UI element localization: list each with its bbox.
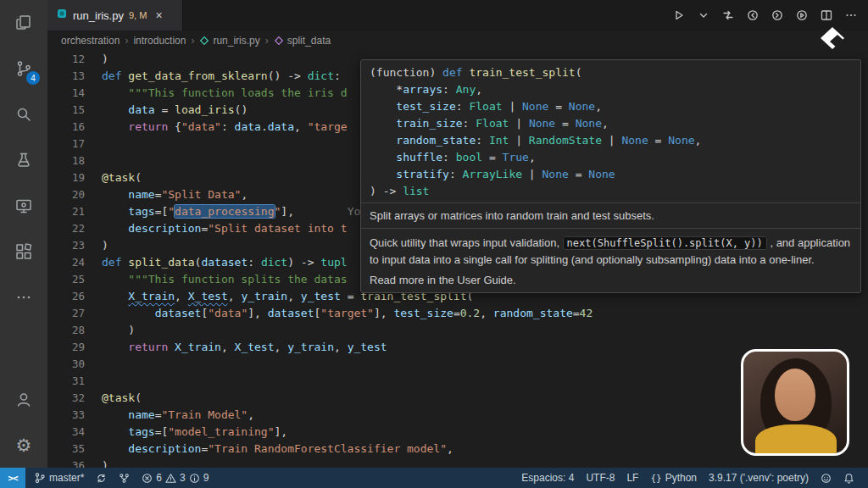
accounts-icon[interactable] xyxy=(0,376,47,422)
token xyxy=(102,425,128,438)
run-dropdown-icon[interactable] xyxy=(695,7,712,24)
source-control-icon[interactable]: 4 xyxy=(0,46,47,92)
code-text: ) xyxy=(102,322,135,339)
hover-more-clipped-line: Read more in the User Guide. xyxy=(361,272,860,288)
testing-flask-icon[interactable] xyxy=(0,137,47,183)
settings-gear-icon[interactable]: ⚙ xyxy=(0,422,47,468)
close-icon[interactable]: × xyxy=(155,8,162,22)
feedback-smiley-icon[interactable] xyxy=(815,468,837,488)
token: , xyxy=(221,341,235,353)
token: def xyxy=(102,69,128,82)
token: Yo xyxy=(348,205,361,218)
token: | xyxy=(602,134,621,147)
notifications-bell-icon[interactable] xyxy=(838,468,860,488)
run-below-icon[interactable] xyxy=(793,7,810,24)
line-number: 13 xyxy=(47,68,102,85)
token: True xyxy=(503,151,529,164)
more-views-icon[interactable] xyxy=(0,274,47,320)
token: , xyxy=(595,100,602,113)
status-bar-left: master* 6 3 9 xyxy=(25,468,516,488)
language-mode-status[interactable]: {} Python xyxy=(645,468,702,488)
hover-summary: Split arrays or matrices into random tra… xyxy=(361,203,860,229)
remote-explorer-icon[interactable] xyxy=(0,183,47,229)
git-branch-status[interactable]: master* xyxy=(29,468,89,488)
git-graph-button[interactable] xyxy=(114,468,135,488)
token: =[ xyxy=(155,205,169,218)
breadcrumb-orchestration[interactable]: orchestration xyxy=(61,35,120,47)
token: y_test xyxy=(301,290,341,302)
token: tags xyxy=(128,205,154,218)
code-text: ) xyxy=(102,458,108,468)
token: Any xyxy=(456,83,476,96)
token: tupl xyxy=(320,256,347,269)
previous-change-icon[interactable] xyxy=(744,7,761,24)
open-changes-icon[interactable] xyxy=(720,7,737,24)
language-braces-icon: {} xyxy=(650,473,661,484)
code-text: data = load_iris() xyxy=(102,102,248,119)
token xyxy=(102,86,128,99)
token xyxy=(102,120,128,133)
token: X_test xyxy=(235,341,275,353)
search-icon[interactable] xyxy=(0,92,47,137)
token: : xyxy=(442,151,456,164)
token: "Train Model" xyxy=(161,408,248,421)
line-number: 12 xyxy=(47,51,102,68)
code-text: name="Split Data", xyxy=(102,186,248,203)
token: shuffle xyxy=(396,151,442,164)
token: ) xyxy=(102,459,108,468)
line-number: 36 xyxy=(47,458,102,468)
next-change-icon[interactable] xyxy=(769,7,786,24)
sync-status[interactable] xyxy=(91,468,112,488)
token: random_state xyxy=(396,134,476,147)
token: -> xyxy=(287,69,307,82)
token: : xyxy=(442,83,456,96)
token: Float xyxy=(469,100,502,113)
breadcrumb-file[interactable]: run_iris.py xyxy=(199,35,259,47)
token: "Split dataset into t xyxy=(208,222,347,235)
token: list xyxy=(403,185,429,197)
code-text: def get_data_from_sklearn() -> dict: xyxy=(102,68,341,85)
token: next(ShuffleSplit().split(X, y)) xyxy=(563,236,767,250)
line-number: 29 xyxy=(47,339,102,356)
remote-indicator-icon[interactable]: >< xyxy=(0,468,25,488)
token: * xyxy=(370,83,403,96)
hover-signature-line: shuffle: bool = True, xyxy=(370,149,852,166)
tab-run-iris-py[interactable]: run_iris.py 9, M × xyxy=(47,0,183,30)
token: . xyxy=(261,120,268,133)
code-text: return {"data": data.data, "targe xyxy=(102,119,348,136)
token: y_test xyxy=(348,341,387,353)
code-text: dataset["data"], dataset["target"], test… xyxy=(102,305,593,322)
problems-status[interactable]: 6 3 9 xyxy=(136,468,214,488)
prefect-logo-icon xyxy=(819,26,846,50)
breadcrumb-introduction[interactable]: introduction xyxy=(133,35,186,47)
indentation-status[interactable]: Espacios: 4 xyxy=(516,468,579,488)
more-actions-icon[interactable] xyxy=(843,7,860,24)
code-line-28[interactable]: 28 ) xyxy=(47,322,868,339)
token: tags xyxy=(128,425,154,438)
python-interpreter-status[interactable]: 3.9.17 ('.venv': poetry) xyxy=(704,468,814,488)
extensions-icon[interactable] xyxy=(0,229,47,274)
line-number: 35 xyxy=(47,441,102,458)
encoding-status[interactable]: UTF-8 xyxy=(581,468,620,488)
token: Float xyxy=(476,117,509,130)
code-line-27[interactable]: 27 dataset["data"], dataset["target"], t… xyxy=(47,305,868,322)
breadcrumb-separator: › xyxy=(265,35,269,47)
token xyxy=(102,205,128,218)
run-icon[interactable] xyxy=(670,7,687,24)
token: : xyxy=(221,120,235,133)
token xyxy=(102,341,128,353)
token: stratify xyxy=(396,168,449,180)
explorer-icon[interactable] xyxy=(0,0,47,46)
warning-icon xyxy=(165,473,176,484)
code-line-36[interactable]: 36) xyxy=(47,458,868,468)
breadcrumb-symbol[interactable]: split_data xyxy=(274,35,331,47)
token xyxy=(370,168,396,180)
token: = xyxy=(341,290,360,302)
eol-status[interactable]: LF xyxy=(621,468,643,488)
split-editor-icon[interactable] xyxy=(818,7,835,24)
hover-signature-line: (function) def train_test_split( xyxy=(370,64,852,81)
token: 42 xyxy=(580,307,593,319)
token: : xyxy=(248,256,261,269)
token: : xyxy=(463,117,476,130)
token: @task xyxy=(102,391,135,404)
